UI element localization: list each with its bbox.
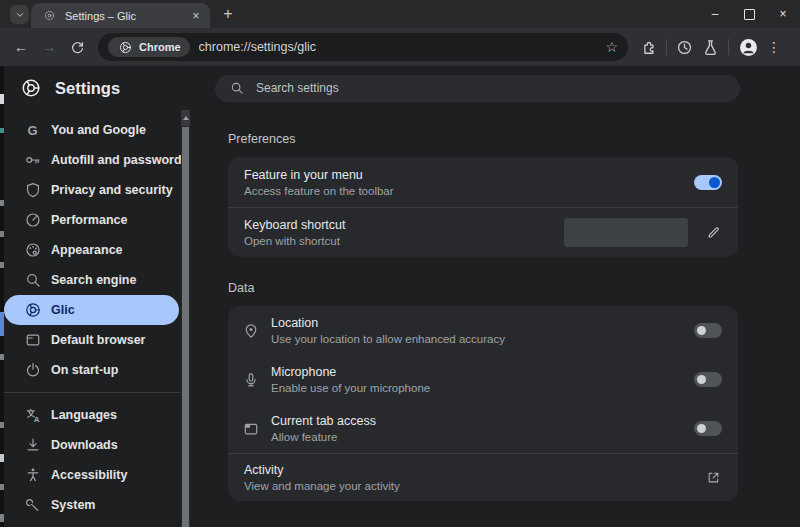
palette-icon bbox=[24, 242, 41, 258]
reload-button[interactable] bbox=[64, 34, 90, 60]
sidebar-item-search-engine[interactable]: Search engine bbox=[0, 265, 179, 295]
browser-window: Settings – Glic × + – × ← → bbox=[0, 0, 800, 527]
extensions-puzzle-icon[interactable] bbox=[640, 39, 657, 55]
row-text: Location Use your location to allow enha… bbox=[271, 316, 682, 345]
sidebar-item-languages[interactable]: A Languages bbox=[0, 400, 179, 430]
microphone-row: Microphone Enable use of your microphone bbox=[228, 355, 738, 404]
sidebar-scrollbar[interactable] bbox=[181, 110, 190, 527]
scrollbar-thumb[interactable] bbox=[182, 127, 189, 527]
speedometer-icon bbox=[24, 212, 41, 228]
magnifier-icon bbox=[24, 272, 41, 288]
row-subtitle: Allow feature bbox=[271, 431, 682, 443]
menu-kebab-icon[interactable]: ⋮ bbox=[767, 39, 781, 55]
sidebar-item-on-startup[interactable]: On start-up bbox=[0, 355, 179, 385]
sidebar-item-privacy[interactable]: Privacy and security bbox=[0, 175, 179, 205]
toolbar-separator bbox=[666, 39, 667, 55]
row-subtitle: View and manage your activity bbox=[244, 480, 705, 492]
maximize-button[interactable] bbox=[732, 0, 766, 28]
current-tab-toggle[interactable] bbox=[694, 421, 722, 436]
edit-pencil-icon[interactable] bbox=[705, 225, 722, 241]
glic-chrome-icon bbox=[24, 302, 41, 318]
power-icon bbox=[24, 362, 41, 378]
sidebar-item-default-browser[interactable]: Default browser bbox=[0, 325, 179, 355]
history-clock-icon[interactable] bbox=[676, 39, 693, 55]
sidebar-item-label: Performance bbox=[51, 213, 127, 227]
sidebar-item-appearance[interactable]: Appearance bbox=[0, 235, 179, 265]
keyboard-shortcut-input[interactable] bbox=[564, 218, 688, 247]
wrench-icon bbox=[24, 497, 41, 513]
external-link-icon[interactable] bbox=[705, 470, 722, 486]
window-controls: – × bbox=[698, 0, 800, 28]
microphone-toggle[interactable] bbox=[694, 372, 722, 387]
forward-button[interactable]: → bbox=[36, 34, 62, 60]
chevron-down-icon bbox=[11, 7, 28, 23]
search-settings-field[interactable] bbox=[215, 75, 740, 102]
address-bar[interactable]: Chrome chrome://settings/glic ☆ bbox=[98, 33, 628, 61]
arrow-up-icon bbox=[183, 116, 189, 120]
sidebar-item-label: Downloads bbox=[51, 438, 118, 452]
row-title: Keyboard shortcut bbox=[244, 218, 564, 232]
sidebar-item-you-and-google[interactable]: G You and Google bbox=[0, 115, 179, 145]
toggle-knob bbox=[709, 177, 720, 188]
sidebar-item-downloads[interactable]: Downloads bbox=[0, 430, 179, 460]
preferences-card: Feature in your menu Access feature on t… bbox=[228, 157, 738, 257]
sidebar-item-glic[interactable]: Glic bbox=[4, 295, 179, 325]
toggle-knob bbox=[697, 424, 706, 433]
row-text: Keyboard shortcut Open with shortcut bbox=[244, 218, 564, 247]
feature-menu-toggle[interactable] bbox=[694, 175, 722, 190]
row-subtitle: Enable use of your microphone bbox=[271, 382, 682, 394]
sidebar-item-autofill[interactable]: Autofill and passwords bbox=[0, 145, 179, 175]
row-title: Feature in your menu bbox=[244, 168, 694, 182]
profile-avatar[interactable] bbox=[738, 37, 758, 57]
sidebar-item-label: On start-up bbox=[51, 363, 118, 377]
location-toggle[interactable] bbox=[694, 323, 722, 338]
close-window-button[interactable]: × bbox=[766, 0, 800, 28]
tab-search-button[interactable] bbox=[10, 5, 29, 24]
desktop-edge-strip bbox=[0, 66, 4, 527]
toolbar-icons: ⋮ bbox=[640, 37, 781, 57]
toolbar-separator bbox=[728, 39, 729, 55]
site-chip-label: Chrome bbox=[139, 41, 181, 53]
labs-flask-icon[interactable] bbox=[702, 39, 719, 55]
toolbar: ← → Chrome chrome://settings/glic bbox=[0, 28, 800, 66]
tab-title: Settings – Glic bbox=[65, 10, 181, 22]
tab-close-button[interactable]: × bbox=[188, 8, 204, 24]
sidebar-item-label: Autofill and passwords bbox=[51, 153, 189, 167]
site-chip[interactable]: Chrome bbox=[108, 37, 190, 57]
data-heading: Data bbox=[228, 281, 800, 295]
preferences-heading: Preferences bbox=[228, 132, 800, 146]
toggle-knob bbox=[697, 326, 706, 335]
row-subtitle: Open with shortcut bbox=[244, 235, 564, 247]
row-title: Activity bbox=[244, 463, 705, 477]
tab-settings-glic[interactable]: Settings – Glic × bbox=[31, 3, 210, 28]
svg-text:A: A bbox=[33, 415, 39, 423]
sidebar-item-label: Accessibility bbox=[51, 468, 127, 482]
shield-icon bbox=[24, 182, 41, 198]
row-title: Current tab access bbox=[271, 414, 682, 428]
key-icon bbox=[24, 152, 41, 168]
new-tab-button[interactable]: + bbox=[218, 4, 238, 24]
minimize-button[interactable]: – bbox=[698, 0, 732, 28]
chrome-logo-icon bbox=[21, 78, 41, 98]
sidebar-item-accessibility[interactable]: Accessibility bbox=[0, 460, 179, 490]
activity-row[interactable]: Activity View and manage your activity bbox=[228, 454, 738, 501]
search-row bbox=[190, 66, 800, 110]
location-row: Location Use your location to allow enha… bbox=[228, 306, 738, 355]
sidebar-item-system[interactable]: System bbox=[0, 490, 179, 520]
row-text: Current tab access Allow feature bbox=[271, 414, 682, 443]
current-tab-row: Current tab access Allow feature bbox=[228, 404, 738, 453]
scrollbar-up-button[interactable] bbox=[181, 110, 190, 126]
row-title: Microphone bbox=[271, 365, 682, 379]
accessibility-person-icon bbox=[24, 467, 41, 483]
sidebar-item-label: Glic bbox=[51, 303, 75, 317]
search-settings-input[interactable] bbox=[254, 80, 727, 96]
back-button[interactable]: ← bbox=[8, 34, 34, 60]
sidebar-item-label: Default browser bbox=[51, 333, 145, 347]
tab-icon bbox=[242, 421, 259, 437]
bookmark-star-icon[interactable]: ☆ bbox=[605, 39, 618, 55]
url-text: chrome://settings/glic bbox=[199, 40, 597, 54]
microphone-icon bbox=[242, 372, 259, 388]
sidebar-item-performance[interactable]: Performance bbox=[0, 205, 179, 235]
translate-icon: A bbox=[24, 407, 41, 423]
location-pin-icon bbox=[242, 323, 259, 339]
